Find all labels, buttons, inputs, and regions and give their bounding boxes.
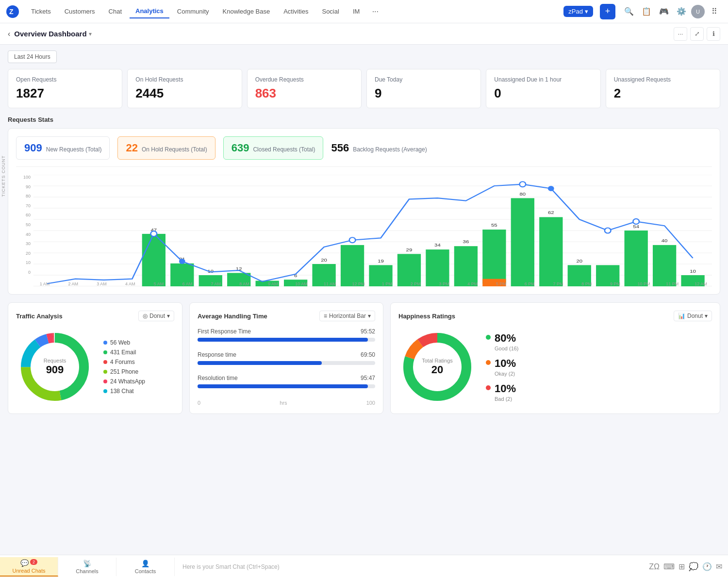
apps-icon[interactable]: ⠿: [707, 4, 722, 19]
handling-panel-header: Average Handling Time ≡ Horizontal Bar ▾: [198, 311, 375, 321]
happiness-donut: Total Ratings 20: [398, 328, 476, 406]
traffic-legend: 56 Web 431 Email 4 Forums 251 Phone: [103, 339, 145, 395]
onhold-requests-num: 22: [126, 142, 137, 154]
phone-dot: [103, 370, 107, 374]
stat-unassigned-due-label: Unassigned Due in 1 hour: [494, 76, 592, 83]
traffic-donut-area: Requests 909 56 Web 431 Email: [16, 328, 174, 406]
chat-label: 138 Chat: [110, 388, 134, 395]
nav-tickets[interactable]: Tickets: [25, 5, 57, 18]
first-response-item: First Response Time 95:52: [198, 328, 375, 342]
svg-text:20: 20: [321, 257, 327, 262]
search-icon[interactable]: 🔍: [621, 4, 637, 19]
stat-due-value: 9: [375, 86, 473, 101]
donut-center: Requests 909: [44, 358, 66, 376]
email-dot: [103, 350, 107, 354]
top-navigation: Z Tickets Customers Chat Analytics Commu…: [0, 0, 728, 23]
zpad-button[interactable]: zPad ▾: [563, 6, 593, 17]
stat-overdue-value: 863: [255, 86, 353, 101]
settings-icon[interactable]: ⚙️: [674, 4, 689, 19]
onhold-requests-summary: 22 On Hold Requests (Total): [117, 136, 215, 160]
fullscreen-button[interactable]: ⤢: [690, 27, 704, 41]
response-time-value: 69:50: [361, 351, 375, 358]
happiness-caret: ▾: [705, 313, 708, 319]
y-axis: TICKETS COUNT 100 90 80 70 60 50 40 30 2…: [16, 175, 33, 286]
bottom-panels: Traffic Analysis ◎ Donut ▾: [8, 302, 720, 414]
stats-row: Open Requests 1827 On Hold Requests 2445…: [8, 69, 720, 108]
svg-text:36: 36: [463, 239, 469, 244]
nav-activities[interactable]: Activities: [278, 5, 314, 18]
happiness-donut-center: Total Ratings 20: [422, 358, 453, 376]
info-button[interactable]: ℹ: [707, 27, 720, 41]
response-time-label: Response time: [198, 351, 236, 358]
nav-social[interactable]: Social: [316, 5, 345, 18]
happiness-center-value: 20: [422, 363, 453, 376]
traffic-chart-type[interactable]: ◎ Donut ▾: [138, 311, 174, 321]
bad-dot: [486, 385, 491, 390]
svg-text:29: 29: [406, 247, 413, 252]
filter-bar: Last 24 Hours: [8, 50, 720, 63]
handling-panel: Average Handling Time ≡ Horizontal Bar ▾…: [189, 302, 383, 414]
svg-text:62: 62: [548, 210, 554, 215]
bad-pct: 10%: [495, 382, 516, 395]
svg-text:40: 40: [662, 238, 668, 243]
nav-im[interactable]: IM: [347, 5, 365, 18]
subheader-actions: ··· ⤢ ℹ: [674, 27, 720, 41]
footer-mid: hrs: [280, 400, 287, 406]
legend-chat: 138 Chat: [103, 388, 145, 395]
stat-overdue-requests: Overdue Requests 863: [247, 69, 362, 108]
nav-customers[interactable]: Customers: [59, 5, 101, 18]
avatar[interactable]: U: [691, 5, 705, 18]
first-response-bar-bg: [198, 338, 375, 342]
svg-text:55: 55: [491, 222, 497, 228]
bar-7pm: [539, 217, 563, 286]
handling-chart-type[interactable]: ≡ Horizontal Bar ▾: [319, 311, 375, 321]
title-dropdown-icon[interactable]: ▾: [89, 31, 92, 37]
stat-overdue-label: Overdue Requests: [255, 76, 353, 83]
chart-area: TICKETS COUNT 100 90 80 70 60 50 40 30 2…: [16, 175, 712, 286]
closed-requests-num: 639: [232, 142, 249, 154]
forums-label: 4 Forums: [110, 359, 135, 365]
first-response-label: First Response Time: [198, 328, 251, 335]
first-response-value: 95:52: [361, 328, 375, 335]
time-filter-button[interactable]: Last 24 Hours: [8, 50, 57, 63]
happiness-chart-label: Donut: [687, 313, 703, 319]
handling-footer: 0 hrs 100: [198, 400, 375, 406]
logo[interactable]: Z: [6, 5, 19, 18]
backlog-requests-summary: 556 Backlog Requests (Average): [331, 142, 427, 154]
y-axis-label: TICKETS COUNT: [1, 155, 6, 197]
gaming-icon[interactable]: 🎮: [656, 4, 672, 19]
more-options-button[interactable]: ···: [674, 27, 687, 41]
response-time-item: Response time 69:50: [198, 351, 375, 365]
resolution-time-value: 95:47: [361, 375, 375, 381]
first-response-header: First Response Time 95:52: [198, 328, 375, 335]
nav-analytics[interactable]: Analytics: [130, 4, 169, 18]
nav-more[interactable]: ···: [367, 4, 383, 19]
create-button[interactable]: +: [600, 4, 615, 19]
back-button[interactable]: ‹: [8, 30, 10, 38]
good-dot: [486, 335, 491, 340]
requests-stats-card: 909 New Requests (Total) 22 On Hold Requ…: [8, 128, 720, 295]
nav-chat[interactable]: Chat: [103, 5, 128, 18]
dot-6am: [180, 259, 184, 264]
resolution-time-label: Resolution time: [198, 375, 238, 381]
svg-text:19: 19: [378, 258, 384, 263]
stat-onhold-label: On Hold Requests: [135, 76, 233, 83]
okay-pct: 10%: [495, 357, 516, 370]
response-time-header: Response time 69:50: [198, 351, 375, 358]
happiness-center-label: Total Ratings: [422, 358, 453, 363]
hbar-icon: ≡: [324, 313, 327, 319]
stat-unassigned-label: Unassigned Requests: [614, 76, 712, 83]
web-label: 56 Web: [110, 339, 130, 346]
notifications-icon[interactable]: 📋: [639, 4, 654, 19]
resolution-time-bar-bg: [198, 384, 375, 388]
okay-content: 10% Okay (2): [495, 357, 516, 377]
happiness-chart-type[interactable]: 📊 Donut ▾: [674, 311, 712, 321]
happiness-area: Total Ratings 20 80% Good (16): [398, 328, 712, 406]
good-sublabel: Good (16): [495, 346, 519, 351]
resolution-time-bar-fill: [198, 384, 368, 388]
dot-12pm: [349, 237, 356, 243]
svg-text:10: 10: [690, 268, 696, 273]
nav-community[interactable]: Community: [171, 5, 215, 18]
nav-knowledge-base[interactable]: Knowledge Base: [217, 5, 276, 18]
happiness-okay: 10% Okay (2): [486, 357, 519, 377]
